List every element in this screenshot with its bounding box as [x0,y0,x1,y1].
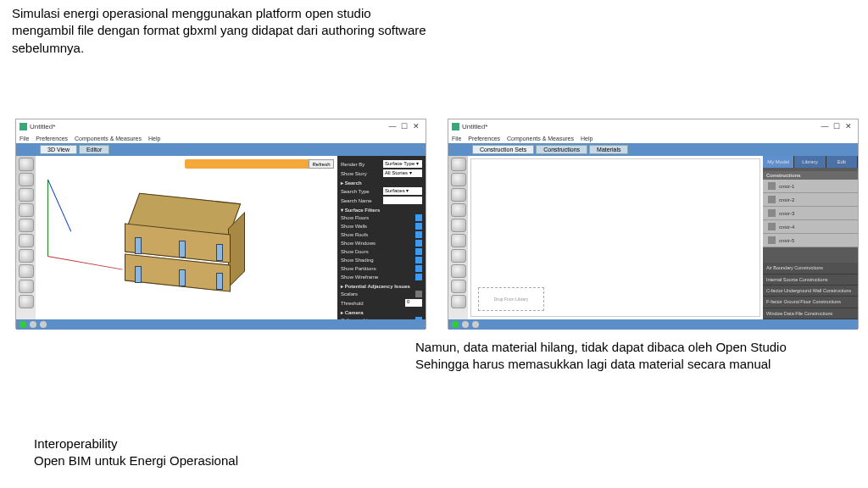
status-dot-icon [40,321,47,328]
drop-zone[interactable]: Drop From Library [478,287,544,311]
tool-icon[interactable] [451,203,466,217]
filters-section[interactable]: ▾ Surface Filters [341,207,422,213]
tool-icon[interactable] [451,173,466,186]
tab-mymodel[interactable]: My Model [763,156,794,168]
checkbox[interactable] [415,317,422,319]
checkbox[interactable] [415,240,422,247]
tab-construction-sets[interactable]: Construction Sets [472,145,534,154]
cube-icon [768,236,776,244]
list-item[interactable]: cnstr-3 [763,207,858,220]
library-section[interactable]: F-factor Ground Floor Constructions [763,297,858,308]
tool-icon[interactable] [19,188,34,202]
menu-help[interactable]: Help [148,136,160,141]
tool-icon[interactable] [19,264,34,278]
show-story-select[interactable]: All Stories ▾ [383,169,422,177]
tool-icon[interactable] [19,295,34,308]
tool-icon[interactable] [19,158,34,171]
3d-viewport[interactable]: Refresh [36,156,337,319]
tool-icon[interactable] [19,280,34,293]
tool-icon[interactable] [451,295,466,308]
minimize-button[interactable]: — [387,122,398,130]
item-label: cnstr-3 [779,211,794,216]
menu-help[interactable]: Help [581,136,593,141]
menu-file[interactable]: File [452,136,461,141]
minimize-button[interactable]: — [819,122,831,130]
close-button[interactable]: ✕ [843,122,854,130]
header-band: Construction Sets Constructions Material… [448,143,858,156]
list-item[interactable]: cnstr-1 [763,180,858,193]
search-name-input[interactable] [383,197,422,204]
tab-constructions[interactable]: Constructions [536,145,587,154]
maximize-button[interactable]: ☐ [831,122,843,130]
search-type-select[interactable]: Surfaces ▾ [383,187,422,195]
library-section[interactable]: Internal Source Constructions [763,274,858,286]
search-section[interactable]: ▸ Search [341,180,422,186]
close-button[interactable]: ✕ [410,122,422,130]
tool-icon[interactable] [451,249,466,263]
toggle-label: Show Walls [341,224,367,229]
toggle-label: Show Floors [341,215,369,220]
list-item[interactable]: cnstr-2 [763,193,858,207]
tool-icon[interactable] [451,219,466,232]
statusbar [16,319,426,330]
tab-library[interactable]: Library [794,156,826,168]
main-content-area: Drop From Library [470,158,760,317]
tool-icon[interactable] [19,173,34,186]
checkbox[interactable] [415,214,422,221]
slide-bottom-paragraph: Interoperability Open BIM untuk Energi O… [34,435,238,470]
toggle-label: Show Wireframe [341,274,378,280]
window-title: Untitled* [462,123,487,130]
tool-icon[interactable] [19,203,34,217]
menu-file[interactable]: File [19,136,29,141]
list-item[interactable]: cnstr-4 [763,220,858,234]
maximize-button[interactable]: ☐ [398,122,410,130]
tool-icon[interactable] [451,188,466,202]
library-section[interactable]: C-factor Underground Wall Constructions [763,286,858,297]
library-panel: My Model Library Edit Constructions cnst… [763,156,858,319]
tool-icon[interactable] [19,249,34,263]
checkbox[interactable] [415,223,422,230]
tool-icon[interactable] [451,264,466,278]
checkbox[interactable] [415,231,422,238]
menu-components[interactable]: Components & Measures [507,136,574,141]
refresh-button[interactable]: Refresh [309,159,334,169]
checkbox[interactable] [415,265,422,272]
tab-materials[interactable]: Materials [589,145,628,154]
toggle-label: Show Shading [341,258,374,263]
adjacency-section[interactable]: ▸ Potential Adjacency Issues [341,283,422,289]
top-line2: mengambil file dengan format gbxml yang … [12,23,426,54]
camera-section[interactable]: ▸ Camera [341,309,422,315]
menu-preferences[interactable]: Preferences [36,136,68,141]
library-section[interactable]: Window Data File Constructions [763,308,858,319]
tab-editor[interactable]: Editor [79,145,109,154]
tool-icon[interactable] [19,234,34,247]
render-by-select[interactable]: Surface Type ▾ [383,160,422,168]
progress-bar [185,159,316,169]
checkbox[interactable] [415,291,422,297]
slide-mid-paragraph: Namun, data material hilang, tidak dapat… [415,339,856,374]
axis-x-icon [47,256,123,270]
tab-3dview[interactable]: 3D View [40,145,77,154]
cube-icon [768,182,776,190]
tool-icon[interactable] [19,219,34,232]
menu-components[interactable]: Components & Measures [75,136,142,141]
cube-icon [768,209,776,217]
header-band: 3D View Editor [16,143,426,156]
checkbox[interactable] [415,274,422,280]
list-item[interactable]: cnstr-5 [763,234,858,247]
checkbox[interactable] [415,248,422,255]
checkbox[interactable] [415,257,422,263]
cube-icon [768,223,776,230]
threshold-input[interactable]: 0 [405,299,422,307]
show-story-label: Show Story [341,171,367,176]
tab-edit[interactable]: Edit [826,156,858,168]
menu-preferences[interactable]: Preferences [468,136,500,141]
tool-icon[interactable] [451,158,466,171]
tool-icon[interactable] [451,234,466,247]
axis-z-icon [47,180,71,232]
tool-icon[interactable] [451,280,466,293]
statusbar [448,319,858,330]
toggle-label: Show Windows [341,241,376,246]
toggle-label: Show Partitions [341,266,376,271]
library-section[interactable]: Air Boundary Constructions [763,263,858,274]
